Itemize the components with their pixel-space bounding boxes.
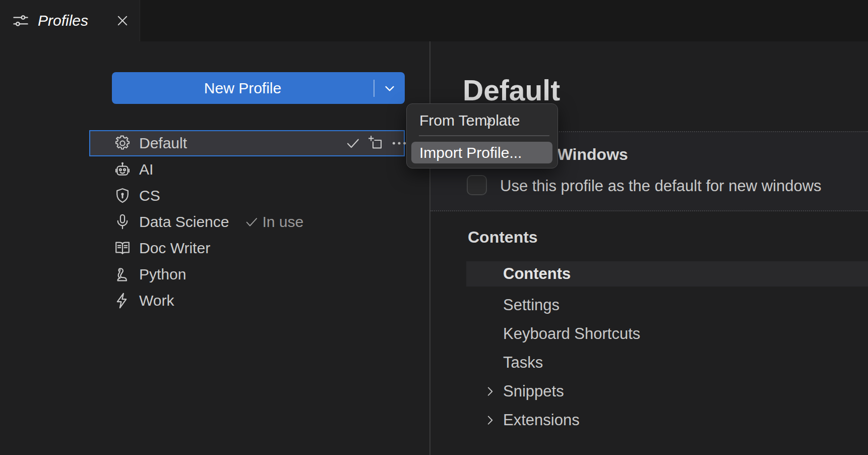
more-actions-icon[interactable]	[391, 135, 408, 152]
tree-row-extensions[interactable]: Extensions	[466, 408, 868, 432]
tree-row-tasks[interactable]: Tasks	[466, 351, 868, 375]
book-icon	[113, 239, 132, 257]
tab-profiles[interactable]: Profiles	[0, 0, 140, 41]
menu-item-from-template[interactable]: From Template	[407, 109, 557, 132]
profile-label: Doc Writer	[139, 240, 210, 257]
profile-row-default[interactable]: Default	[89, 130, 405, 156]
new-profile-button[interactable]: New Profile	[112, 72, 405, 104]
menu-item-label: Import Profile...	[419, 144, 522, 161]
new-profile-dropdown-button[interactable]	[375, 72, 405, 104]
gear-icon	[113, 134, 132, 152]
tree-row-keyboard-shortcuts[interactable]: Keyboard Shortcuts	[466, 322, 868, 346]
new-profile-dropdown-menu: From Template Import Profile...	[406, 103, 558, 168]
profile-detail-title: Default	[463, 74, 560, 107]
profile-row-work[interactable]: Work	[89, 288, 405, 314]
tree-row-label: Extensions	[503, 411, 580, 429]
profile-label: Default	[139, 135, 187, 152]
profile-row-data-science[interactable]: Data Science In use	[89, 209, 405, 235]
microphone-icon	[113, 213, 132, 231]
default-for-new-windows-label[interactable]: Use this profile as the default for new …	[500, 177, 822, 195]
check-icon	[244, 214, 259, 230]
tree-row-settings[interactable]: Settings	[466, 293, 868, 317]
menu-separator	[419, 135, 549, 136]
contents-section-heading: Contents	[468, 228, 538, 247]
close-icon	[115, 14, 130, 28]
profile-row-ai[interactable]: AI	[89, 156, 405, 183]
contents-table-header-row[interactable]: Contents	[466, 261, 868, 287]
default-for-new-windows-checkbox[interactable]	[467, 175, 487, 195]
editor-tab-bar: Profiles	[0, 0, 868, 41]
menu-item-label: From Template	[419, 112, 520, 129]
profile-label: Data Science	[139, 213, 229, 231]
chevron-right-icon[interactable]	[483, 414, 497, 427]
profile-row-cs[interactable]: CS	[89, 183, 405, 209]
profile-label: AI	[139, 161, 153, 178]
profile-label: Python	[139, 266, 186, 283]
tree-row-label: Tasks	[503, 354, 543, 372]
chevron-right-icon[interactable]	[483, 385, 497, 398]
chevron-down-icon	[382, 81, 397, 96]
profiles-editor-window: Profiles New Profile Default	[0, 0, 868, 455]
tree-row-snippets[interactable]: Snippets	[466, 379, 868, 404]
contents-header-label: Contents	[503, 265, 571, 283]
shield-lock-icon	[113, 187, 132, 205]
profile-row-python[interactable]: Python	[89, 261, 405, 288]
robot-icon	[113, 160, 132, 179]
profile-row-actions	[344, 131, 408, 155]
in-use-label: In use	[262, 213, 303, 231]
profile-label: Work	[139, 292, 174, 309]
tree-row-label: Settings	[503, 296, 560, 314]
zap-icon	[113, 292, 132, 310]
submenu-chevron-right-icon	[482, 114, 495, 127]
menu-item-import-profile[interactable]: Import Profile...	[411, 142, 552, 163]
active-profile-check-icon	[344, 135, 361, 152]
in-use-badge: In use	[244, 213, 303, 231]
settings-sliders-icon	[12, 12, 29, 29]
profile-label: CS	[139, 187, 160, 204]
tree-row-label: Snippets	[503, 382, 564, 401]
tab-close-button[interactable]	[115, 14, 130, 28]
snake-icon	[113, 265, 132, 283]
tree-row-label: Keyboard Shortcuts	[503, 325, 640, 343]
new-profile-label[interactable]: New Profile	[112, 72, 374, 104]
profile-row-doc-writer[interactable]: Doc Writer	[89, 235, 405, 261]
open-new-window-with-profile-icon[interactable]	[367, 135, 385, 152]
tab-title: Profiles	[38, 12, 88, 29]
